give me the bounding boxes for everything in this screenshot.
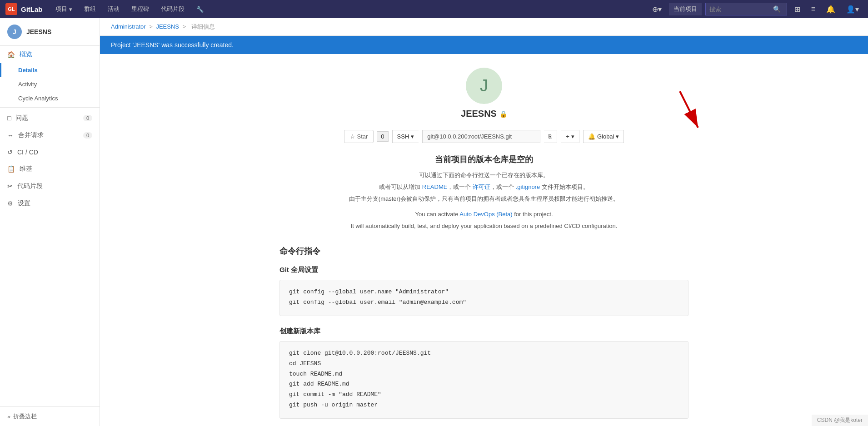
plus-icon: +	[566, 133, 569, 140]
settings-icon: ⚙	[7, 200, 13, 207]
gitignore-link[interactable]: .gitignore	[516, 183, 540, 190]
breadcrumb-sep2: >	[183, 23, 188, 30]
notification-icon-button[interactable]: 🔔	[823, 3, 839, 15]
copy-url-button[interactable]: ⎘	[544, 130, 557, 143]
top-navigation: GL GitLab 项目 ▾ 群组 活动 里程碑 代码片段 🔧 ⊕ ▾ 当前项目	[0, 0, 868, 18]
new-repo-title: 创建新版本库	[279, 327, 688, 336]
current-project-button[interactable]: 当前项目	[669, 3, 702, 15]
brand-name: GitLab	[21, 5, 43, 13]
sidebar-sub-cycle-analytics[interactable]: Cycle Analytics	[0, 91, 100, 105]
wiki-icon: 📋	[7, 165, 15, 173]
project-header: J JEESNS 🔒	[111, 68, 857, 119]
bell-icon: 🔔	[826, 5, 835, 14]
chevron-down-icon-notif: ▾	[616, 133, 619, 140]
lock-icon: 🔒	[499, 110, 507, 118]
code-line-7: git commit -m "add README"	[289, 390, 679, 400]
success-banner: Project 'JEESNS' was successfully create…	[100, 36, 868, 54]
sidebar-sub-activity[interactable]: Activity	[0, 77, 100, 91]
brand-logo[interactable]: GL GitLab	[5, 3, 43, 15]
sidebar-username: JEESNS	[26, 28, 51, 35]
snippets-icon: ✂	[7, 183, 13, 190]
nav-groups[interactable]: 群组	[79, 0, 101, 18]
breadcrumb-sep1: >	[149, 23, 154, 30]
search-input[interactable]	[709, 6, 773, 13]
star-icon: ☆	[350, 133, 355, 140]
empty-repo-section: 当前项目的版本仓库是空的 可以通过下面的命令行推送一个已存在的版本库。 或者可以…	[111, 154, 857, 231]
nav-projects[interactable]: 项目 ▾	[50, 0, 78, 18]
bottom-bar-text: CSDN @我是koter	[817, 417, 863, 423]
breadcrumb-current: 详细信息	[191, 23, 215, 30]
empty-repo-line3: 由于主分支(master)会被自动保护，只有当前项目的拥有者或者您具备主程序员权…	[111, 194, 857, 204]
layout-icon-button[interactable]: ⊞	[791, 3, 804, 15]
commands-title: 命令行指令	[279, 246, 688, 257]
nav-activity[interactable]: 活动	[102, 0, 125, 18]
nav-milestones[interactable]: 里程碑	[126, 0, 155, 18]
breadcrumb: Administrator > JEESNS > 详细信息	[100, 18, 868, 36]
merge-icon: ↔	[7, 132, 14, 139]
action-bar: ☆ Star 0 SSH ▾ ⎘ + ▾ 🔔 Glob	[111, 130, 857, 143]
code-line-8: git push -u origin master	[289, 401, 679, 410]
code-line-4: cd JEESNS	[289, 359, 679, 369]
page-layout: J JEESNS 🏠 概览 Details Activity Cycle Ana…	[0, 18, 868, 426]
user-avatar-button[interactable]: 👤 ▾	[843, 3, 863, 15]
empty-repo-line1: 可以通过下面的命令行推送一个已存在的版本库。	[111, 170, 857, 180]
bottom-bar: CSDN @我是koter	[812, 415, 868, 426]
sidebar-sub-details[interactable]: Details	[0, 63, 100, 77]
add-button[interactable]: + ▾	[561, 130, 579, 143]
code-line-3: git clone git@10.0.0.200:root/JEESNS.git	[289, 349, 679, 358]
new-repo-code: git clone git@10.0.0.200:root/JEESNS.git…	[279, 341, 688, 419]
auto-devops-link[interactable]: Auto DevOps (Beta)	[459, 211, 512, 218]
page-content: J JEESNS 🔒	[100, 54, 868, 426]
code-line-2: git config --global user.email "admin@ex…	[289, 298, 679, 307]
gitlab-logo-icon: GL	[5, 3, 17, 15]
success-message: Project 'JEESNS' was successfully create…	[111, 41, 234, 49]
global-setup-code: git config --global user.name "Administr…	[279, 280, 688, 316]
sidebar-item-overview[interactable]: 🏠 概览	[0, 46, 100, 63]
new-item-button[interactable]: ⊕ ▾	[649, 3, 665, 15]
code-line-1: git config --global user.name "Administr…	[289, 287, 679, 297]
breadcrumb-jeesns[interactable]: JEESNS	[156, 23, 179, 30]
plus-icon: ⊕	[652, 5, 658, 14]
search-box[interactable]: 🔍	[705, 3, 787, 15]
sidebar-divider	[0, 107, 100, 108]
breadcrumb-administrator[interactable]: Administrator	[111, 23, 146, 30]
code-line-5: touch README.md	[289, 370, 679, 379]
nav-snippets[interactable]: 代码片段	[155, 0, 190, 18]
sidebar-item-merge-requests[interactable]: ↔ 合并请求 0	[0, 127, 100, 144]
sidebar-item-settings[interactable]: ⚙ 设置	[0, 195, 100, 212]
project-name: JEESNS 🔒	[461, 109, 507, 119]
issues-icon: □	[7, 114, 11, 122]
star-button[interactable]: ☆ Star	[344, 130, 374, 143]
ssh-dropdown[interactable]: SSH ▾	[392, 130, 419, 143]
nav-wrench[interactable]: 🔧	[191, 0, 209, 18]
license-link[interactable]: 许可证	[473, 183, 490, 190]
global-setup-title: Git 全局设置	[279, 266, 688, 274]
issues-badge: 0	[83, 115, 92, 121]
sidebar-item-cicd[interactable]: ↺ CI / CD	[0, 144, 100, 160]
chevron-down-icon-add: ▾	[571, 133, 574, 140]
user-avatar-icon: 👤	[846, 5, 855, 14]
cicd-icon: ↺	[7, 149, 13, 156]
sidebar-collapse-button[interactable]: « 折叠边栏	[0, 406, 100, 426]
main-content: Administrator > JEESNS > 详细信息 Project 'J…	[100, 18, 868, 426]
todo-icon-button[interactable]: ≡	[808, 3, 819, 15]
project-avatar: J	[466, 68, 502, 104]
sidebar-item-snippets[interactable]: ✂ 代码片段	[0, 178, 100, 195]
wrench-icon: 🔧	[196, 6, 204, 13]
top-nav-right: ⊕ ▾ 当前项目 🔍 ⊞ ≡ 🔔 👤 ▾	[649, 3, 863, 15]
chevron-left-icon: «	[7, 413, 10, 420]
merge-requests-badge: 0	[83, 132, 92, 139]
sidebar-item-issues[interactable]: □ 问题 0	[0, 109, 100, 127]
notification-button[interactable]: 🔔 Global ▾	[583, 130, 624, 143]
empty-repo-heading: 当前项目的版本仓库是空的	[111, 154, 857, 165]
home-icon: 🏠	[7, 51, 15, 58]
bell-icon: 🔔	[588, 133, 595, 140]
readme-link[interactable]: README	[422, 183, 448, 190]
sidebar-item-wiki[interactable]: 📋 维基	[0, 160, 100, 178]
copy-icon: ⎘	[549, 133, 552, 140]
search-icon: 🔍	[773, 5, 781, 13]
sidebar-header: J JEESNS	[0, 18, 100, 46]
git-url-input[interactable]	[422, 130, 540, 143]
commands-section: 命令行指令 Git 全局设置 git config --global user.…	[279, 246, 688, 418]
star-count: 0	[377, 131, 388, 142]
